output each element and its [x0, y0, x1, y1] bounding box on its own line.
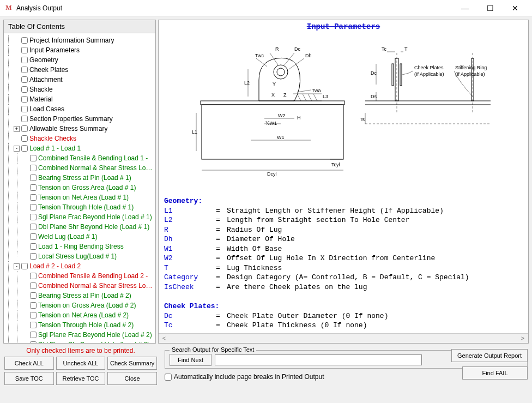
tree-item[interactable]: Load Cases	[14, 104, 154, 114]
minimize-button[interactable]: —	[452, 0, 477, 16]
tree-item[interactable]: Combined Tensile & Bending Load 2 -	[22, 271, 154, 281]
tree-item[interactable]: Tension on Gross Area (Load # 2)	[22, 300, 154, 310]
tree-checkbox[interactable]	[30, 332, 37, 338]
tree-item[interactable]: +Allowable Stress Summary	[14, 124, 154, 134]
tree-toggle-icon[interactable]: -	[14, 146, 20, 152]
tree-checkbox[interactable]	[21, 135, 28, 142]
tree-item[interactable]: Tension on Net Area (Load # 2)	[22, 310, 154, 320]
tree-checkbox[interactable]	[30, 341, 37, 343]
tree-item[interactable]: Load 1 - Ring Bending Stress	[22, 242, 154, 251]
svg-point-3	[277, 68, 285, 76]
tree-item[interactable]: -Load # 2 - Load 2	[14, 261, 154, 271]
definition-row: W1=Width Of Base	[164, 244, 523, 254]
tree-label: Section Properties Summary	[29, 114, 113, 124]
tree-checkbox[interactable]	[21, 116, 28, 122]
tree-label: Load 1 - Ring Bending Stress	[38, 242, 124, 251]
tree-checkbox[interactable]	[21, 106, 28, 112]
uncheck-all-button[interactable]: Uncheck ALL	[56, 357, 106, 370]
tree-checkbox[interactable]	[21, 96, 28, 103]
svg-text:X: X	[271, 92, 275, 98]
tree-checkbox[interactable]	[21, 145, 28, 152]
tree-item[interactable]: Input Parameters	[14, 45, 154, 55]
tree-checkbox[interactable]	[30, 243, 37, 250]
tree-item[interactable]: Project Information Summary	[14, 35, 154, 45]
close-button[interactable]: ✕	[503, 0, 528, 16]
check-summary-button[interactable]: Check Summary	[107, 357, 157, 370]
tree-checkbox[interactable]	[21, 125, 28, 132]
tree-item[interactable]: Shackle	[14, 85, 154, 94]
tree-item[interactable]: Sgl Plane Frac Beyond Hole (Load # 2)	[22, 330, 154, 340]
tree-checkbox[interactable]	[30, 175, 37, 181]
tree-item[interactable]: Material	[14, 94, 154, 104]
tree-checkbox[interactable]	[30, 233, 37, 240]
tree-item[interactable]: Combined Tensile & Bending Load 1 -	[22, 153, 154, 163]
save-toc-button[interactable]: Save TOC	[4, 372, 54, 385]
equals-sign: =	[216, 215, 227, 225]
tree-checkbox[interactable]	[30, 253, 37, 260]
svg-text:½W1: ½W1	[265, 121, 277, 126]
retrieve-toc-button[interactable]: Retrieve TOC	[56, 372, 106, 385]
tree-checkbox[interactable]	[21, 76, 28, 83]
tree-item[interactable]: Cheek Plates	[14, 65, 154, 75]
tree-label: Combined Normal & Shear Stress Load 2 -	[38, 281, 154, 291]
tree-toggle-icon[interactable]: +	[14, 126, 20, 132]
tree-item[interactable]: Local Stress Lug(Load # 1)	[22, 251, 154, 261]
tree-item[interactable]: Tension on Gross Area (Load # 1)	[22, 183, 154, 193]
tree-checkbox[interactable]	[30, 204, 37, 210]
tree-checkbox[interactable]	[21, 263, 28, 269]
tree-checkbox[interactable]	[30, 273, 37, 279]
tree-checkbox[interactable]	[30, 194, 37, 201]
equals-sign: =	[216, 273, 227, 282]
tree-item[interactable]: Bearing Stress at Pin (Load # 1)	[22, 173, 154, 183]
tree-checkbox[interactable]	[21, 86, 28, 93]
tree-item[interactable]: Bearing Stress at Pin (Load # 2)	[22, 291, 154, 300]
tree-checkbox[interactable]	[30, 292, 37, 299]
tree-item[interactable]: Sgl Plane Frac Beyond Hole (Load # 1)	[22, 212, 154, 222]
auto-pagebreak-checkbox[interactable]	[165, 374, 172, 381]
tree-checkbox[interactable]	[30, 165, 37, 171]
equals-sign: =	[216, 282, 227, 292]
maximize-button[interactable]: ☐	[477, 0, 503, 16]
tree-item[interactable]: Section Properties Summary	[14, 114, 154, 124]
toc-tree[interactable]: Project Information SummaryInput Paramet…	[4, 33, 155, 343]
scroll-right-icon[interactable]: >	[518, 335, 527, 341]
tree-item[interactable]: Combined Normal & Shear Stress Load 1 -	[22, 163, 154, 173]
tree-checkbox[interactable]	[30, 184, 37, 191]
tree-item[interactable]: Dbl Plane Shr Beyond Hole (Load # 1)	[22, 222, 154, 232]
tree-checkbox[interactable]	[30, 224, 37, 230]
tree-checkbox[interactable]	[21, 47, 28, 53]
svg-text:Ds: Ds	[371, 94, 377, 99]
content-body[interactable]: Input Parameters	[159, 20, 528, 333]
svg-text:W2: W2	[278, 113, 286, 118]
tree-checkbox[interactable]	[30, 302, 37, 309]
tree-item[interactable]: Shackle Checks	[14, 134, 154, 143]
svg-text:Tcyl: Tcyl	[331, 162, 340, 167]
check-all-button[interactable]: Check ALL	[4, 357, 54, 370]
scroll-left-icon[interactable]: <	[160, 335, 168, 341]
tree-checkbox[interactable]	[30, 214, 37, 220]
tree-item[interactable]: Geometry	[14, 55, 154, 65]
close-dialog-button[interactable]: Close	[107, 372, 157, 385]
tree-item[interactable]: Attachment	[14, 75, 154, 85]
definition-row: Category=Design Category (A= Controlled,…	[164, 273, 523, 282]
find-next-button[interactable]: Find Next	[170, 354, 211, 366]
find-fail-button[interactable]: Find FAIL	[462, 366, 528, 380]
generate-report-button[interactable]: Generate Output Report	[451, 349, 528, 362]
tree-toggle-icon[interactable]: -	[14, 263, 20, 269]
tree-checkbox[interactable]	[21, 57, 28, 63]
tree-checkbox[interactable]	[21, 37, 28, 44]
content-h-scrollbar[interactable]: < >	[159, 333, 528, 343]
tree-checkbox[interactable]	[30, 312, 37, 318]
tree-item[interactable]: Tension on Net Area (Load # 1)	[22, 193, 154, 202]
tree-item[interactable]: Tension Through Hole (Load # 1)	[22, 202, 154, 212]
tree-checkbox[interactable]	[30, 282, 37, 289]
tree-item[interactable]: Weld Lug (Load # 1)	[22, 232, 154, 242]
tree-item[interactable]: Dbl Plane Shr Beyond Hole (Load # 2)	[22, 340, 154, 343]
tree-checkbox[interactable]	[21, 67, 28, 73]
tree-checkbox[interactable]	[30, 155, 37, 161]
tree-item[interactable]: Combined Normal & Shear Stress Load 2 -	[22, 281, 154, 291]
tree-item[interactable]: -Load # 1 - Load 1	[14, 143, 154, 153]
search-input[interactable]	[215, 354, 422, 365]
tree-item[interactable]: Tension Through Hole (Load # 2)	[22, 320, 154, 330]
tree-checkbox[interactable]	[30, 322, 37, 328]
